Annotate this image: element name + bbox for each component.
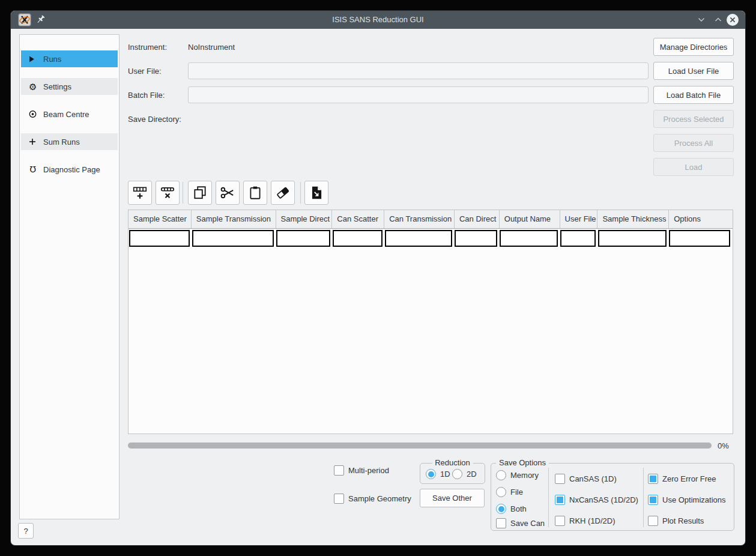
radio-label: Both (510, 504, 527, 513)
table-cell[interactable] (385, 230, 453, 247)
batch-file-label: Batch File: (128, 91, 165, 100)
sidebar-item-label: Runs (43, 55, 61, 64)
export-table-button[interactable] (304, 181, 328, 205)
user-file-label: User File: (128, 67, 162, 76)
column-header[interactable]: User File (560, 210, 598, 228)
save-memory-radio[interactable]: Memory (496, 470, 539, 480)
table-cell[interactable] (669, 230, 730, 247)
load-batch-file-button[interactable]: Load Batch File (653, 86, 734, 104)
checkbox-box (648, 474, 658, 484)
process-selected-button[interactable]: Process Selected (653, 110, 734, 128)
group-separator (643, 468, 644, 527)
manage-directories-button[interactable]: Manage Directories (653, 38, 734, 56)
cut-button[interactable] (216, 181, 240, 205)
column-header[interactable]: Can Transmission (384, 210, 455, 228)
button-label: Process All (674, 139, 713, 148)
sidebar-item-diagnostic-page[interactable]: ℧ Diagnostic Page (21, 161, 118, 178)
paste-button[interactable] (243, 181, 267, 205)
load-button[interactable]: Load (653, 158, 734, 176)
delete-row-button[interactable] (156, 181, 180, 205)
button-label: Load Batch File (667, 91, 721, 100)
plot-results-checkbox[interactable]: Plot Results (648, 516, 704, 526)
checkbox-box (648, 516, 658, 526)
save-directory-label: Save Directory: (128, 115, 181, 124)
reduction-group: Reduction 1D 2D (420, 463, 485, 484)
diagnostic-icon: ℧ (29, 165, 37, 174)
help-button[interactable]: ? (18, 523, 34, 539)
paste-icon (247, 185, 263, 201)
radio-label: Memory (510, 471, 539, 480)
group-title: Save Options (496, 458, 549, 467)
checkbox-box (496, 518, 506, 528)
play-icon (29, 56, 37, 62)
checkbox-box (334, 494, 344, 504)
sidebar-item-label: Diagnostic Page (43, 165, 100, 174)
reduction-1d-radio[interactable]: 1D (426, 469, 450, 479)
save-both-radio[interactable]: Both (496, 504, 527, 514)
column-header[interactable]: Can Scatter (332, 210, 384, 228)
batch-file-input[interactable] (188, 86, 649, 103)
table-cell[interactable] (560, 230, 596, 247)
table-cell[interactable] (500, 230, 558, 247)
column-header[interactable]: Sample Scatter (129, 210, 192, 228)
column-header[interactable]: Sample Direct (276, 210, 333, 228)
close-icon[interactable] (726, 13, 739, 26)
column-header[interactable]: Options (669, 210, 733, 228)
group-title: Reduction (432, 458, 473, 467)
insert-row-button[interactable] (128, 181, 152, 205)
column-header[interactable]: Can Direct (455, 210, 500, 228)
process-all-button[interactable]: Process All (653, 134, 734, 152)
plus-icon (29, 138, 37, 145)
instrument-value: NoInstrument (188, 43, 235, 52)
table-cell[interactable] (455, 230, 497, 247)
checkbox-label: Zero Error Free (662, 474, 716, 483)
minimize-icon[interactable] (695, 15, 707, 25)
load-user-file-button[interactable]: Load User File (653, 62, 734, 80)
radio-circle (496, 504, 506, 514)
multi-period-checkbox[interactable]: Multi-period (334, 465, 389, 476)
copy-icon (192, 185, 208, 201)
export-table-icon (309, 185, 324, 201)
table-cell[interactable] (129, 230, 190, 247)
checkbox-label: Use Optimizations (662, 495, 725, 504)
copy-button[interactable] (188, 181, 212, 205)
zero-error-free-checkbox[interactable]: Zero Error Free (648, 474, 716, 484)
radio-circle (496, 487, 506, 497)
column-header[interactable]: Sample Transmission (192, 210, 276, 228)
button-label: Process Selected (663, 115, 724, 124)
window-title: ISIS SANS Reduction GUI (11, 11, 745, 29)
save-can-checkbox[interactable]: Save Can (496, 518, 545, 528)
group-separator (548, 468, 549, 527)
sidebar-item-sum-runs[interactable]: Sum Runs (21, 133, 118, 150)
table-cell[interactable] (192, 230, 274, 247)
sidebar-item-settings[interactable]: ⚙ Settings (21, 78, 118, 95)
user-file-input[interactable] (188, 62, 649, 79)
progress-percent: 0% (718, 441, 729, 450)
nxcansas-checkbox[interactable]: NxCanSAS (1D/2D) (555, 495, 638, 505)
sidebar-item-beam-centre[interactable]: Beam Centre (21, 106, 118, 122)
table-cell[interactable] (598, 230, 667, 247)
maximize-icon[interactable] (712, 15, 724, 25)
erase-button[interactable] (271, 181, 295, 205)
save-other-button[interactable]: Save Other (420, 489, 485, 507)
beam-centre-icon (29, 110, 37, 118)
instrument-label: Instrument: (128, 43, 167, 52)
table-cell[interactable] (333, 230, 383, 247)
column-header[interactable]: Output Name (500, 210, 560, 228)
table-cell[interactable] (276, 230, 330, 247)
sample-geometry-checkbox[interactable]: Sample Geometry (334, 494, 411, 504)
cansas-checkbox[interactable]: CanSAS (1D) (555, 474, 617, 484)
titlebar: ISIS SANS Reduction GUI (11, 11, 745, 29)
reduction-2d-radio[interactable]: 2D (452, 469, 477, 479)
checkbox-box (555, 516, 565, 526)
checkbox-label: Multi-period (348, 466, 389, 475)
sidebar-item-runs[interactable]: Runs (21, 50, 118, 67)
radio-circle (426, 469, 436, 479)
rkh-checkbox[interactable]: RKH (1D/2D) (555, 516, 615, 526)
use-optimizations-checkbox[interactable]: Use Optimizations (648, 495, 725, 505)
save-file-radio[interactable]: File (496, 487, 523, 497)
delete-row-icon (160, 185, 175, 201)
checkbox-box (555, 495, 565, 505)
column-header[interactable]: Sample Thickness (597, 210, 669, 228)
table-header-row: Sample Scatter Sample Transmission Sampl… (129, 210, 733, 229)
